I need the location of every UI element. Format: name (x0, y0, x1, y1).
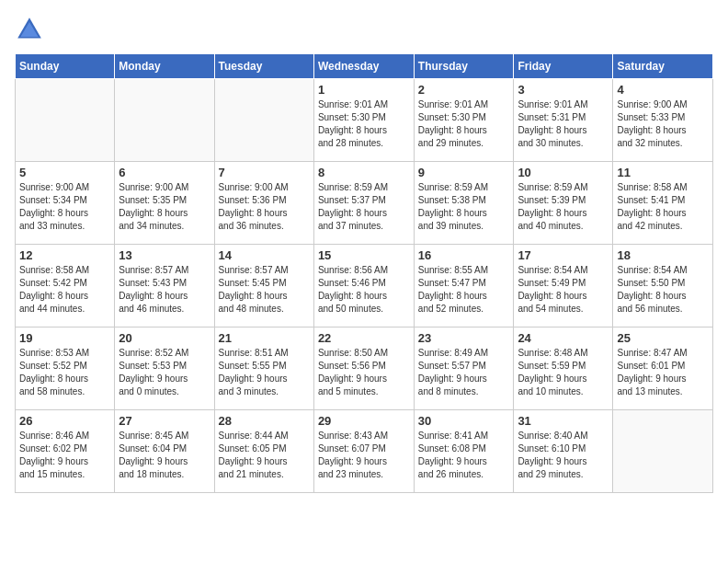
day-number: 22 (318, 331, 410, 345)
day-info: Sunrise: 9:01 AM Sunset: 5:30 PM Dayligh… (418, 98, 510, 150)
calendar-cell: 13Sunrise: 8:57 AM Sunset: 5:43 PM Dayli… (115, 245, 214, 327)
logo-icon (15, 15, 44, 44)
day-info: Sunrise: 8:40 AM Sunset: 6:10 PM Dayligh… (518, 430, 609, 481)
day-info: Sunrise: 8:59 AM Sunset: 5:37 PM Dayligh… (318, 181, 410, 233)
day-info: Sunrise: 9:00 AM Sunset: 5:36 PM Dayligh… (219, 181, 310, 233)
calendar-cell: 18Sunrise: 8:54 AM Sunset: 5:50 PM Dayli… (613, 245, 713, 327)
calendar-cell (214, 79, 313, 162)
day-info: Sunrise: 8:54 AM Sunset: 5:50 PM Dayligh… (617, 264, 709, 316)
day-number: 16 (418, 248, 510, 262)
day-info: Sunrise: 8:49 AM Sunset: 5:57 PM Dayligh… (418, 347, 510, 398)
day-number: 21 (219, 331, 310, 345)
calendar-cell (115, 79, 214, 162)
calendar-cell: 23Sunrise: 8:49 AM Sunset: 5:57 PM Dayli… (414, 327, 514, 410)
calendar-cell: 5Sunrise: 9:00 AM Sunset: 5:34 PM Daylig… (16, 162, 115, 245)
calendar-cell: 14Sunrise: 8:57 AM Sunset: 5:45 PM Dayli… (214, 245, 313, 327)
calendar-cell: 25Sunrise: 8:47 AM Sunset: 6:01 PM Dayli… (613, 327, 713, 410)
day-info: Sunrise: 8:57 AM Sunset: 5:45 PM Dayligh… (219, 264, 310, 316)
calendar-cell: 6Sunrise: 9:00 AM Sunset: 5:35 PM Daylig… (115, 162, 214, 245)
calendar-cell: 17Sunrise: 8:54 AM Sunset: 5:49 PM Dayli… (514, 245, 613, 327)
weekday-header: Tuesday (214, 54, 313, 79)
day-info: Sunrise: 8:59 AM Sunset: 5:39 PM Dayligh… (518, 181, 609, 233)
weekday-header: Monday (115, 54, 214, 79)
weekday-header: Saturday (613, 54, 713, 79)
calendar-cell: 28Sunrise: 8:44 AM Sunset: 6:05 PM Dayli… (214, 410, 313, 493)
calendar-cell: 26Sunrise: 8:46 AM Sunset: 6:02 PM Dayli… (16, 410, 115, 493)
calendar-week-row: 26Sunrise: 8:46 AM Sunset: 6:02 PM Dayli… (16, 410, 713, 493)
day-number: 10 (518, 166, 609, 179)
day-number: 13 (119, 248, 210, 262)
calendar-cell: 22Sunrise: 8:50 AM Sunset: 5:56 PM Dayli… (313, 327, 414, 410)
day-info: Sunrise: 8:47 AM Sunset: 6:01 PM Dayligh… (617, 347, 709, 398)
day-number: 2 (418, 83, 510, 97)
day-info: Sunrise: 8:55 AM Sunset: 5:47 PM Dayligh… (418, 264, 510, 316)
day-number: 20 (119, 331, 210, 345)
day-number: 4 (617, 83, 709, 97)
page-header (15, 15, 713, 44)
calendar-cell: 20Sunrise: 8:52 AM Sunset: 5:53 PM Dayli… (115, 327, 214, 410)
day-number: 24 (518, 331, 609, 345)
calendar-cell: 31Sunrise: 8:40 AM Sunset: 6:10 PM Dayli… (514, 410, 613, 493)
day-number: 27 (119, 414, 210, 428)
day-info: Sunrise: 8:58 AM Sunset: 5:42 PM Dayligh… (19, 264, 110, 316)
day-number: 15 (318, 248, 410, 262)
day-number: 1 (318, 83, 410, 97)
calendar-cell: 16Sunrise: 8:55 AM Sunset: 5:47 PM Dayli… (414, 245, 514, 327)
day-number: 8 (318, 166, 410, 179)
day-number: 19 (19, 331, 110, 345)
day-number: 14 (219, 248, 310, 262)
weekday-header: Thursday (414, 54, 514, 79)
logo (15, 15, 48, 44)
weekday-header: Friday (514, 54, 613, 79)
calendar-cell: 24Sunrise: 8:48 AM Sunset: 5:59 PM Dayli… (514, 327, 613, 410)
calendar-cell (16, 79, 115, 162)
day-info: Sunrise: 8:56 AM Sunset: 5:46 PM Dayligh… (318, 264, 410, 316)
calendar-cell: 2Sunrise: 9:01 AM Sunset: 5:30 PM Daylig… (414, 79, 514, 162)
day-number: 25 (617, 331, 709, 345)
calendar-cell: 3Sunrise: 9:01 AM Sunset: 5:31 PM Daylig… (514, 79, 613, 162)
calendar-cell: 12Sunrise: 8:58 AM Sunset: 5:42 PM Dayli… (16, 245, 115, 327)
calendar-cell: 4Sunrise: 9:00 AM Sunset: 5:33 PM Daylig… (613, 79, 713, 162)
weekday-header: Sunday (16, 54, 115, 79)
weekday-header: Wednesday (313, 54, 414, 79)
calendar-cell: 30Sunrise: 8:41 AM Sunset: 6:08 PM Dayli… (414, 410, 514, 493)
day-number: 23 (418, 331, 510, 345)
day-number: 26 (19, 414, 110, 428)
calendar-week-row: 19Sunrise: 8:53 AM Sunset: 5:52 PM Dayli… (16, 327, 713, 410)
day-info: Sunrise: 9:00 AM Sunset: 5:35 PM Dayligh… (119, 181, 210, 233)
day-info: Sunrise: 8:43 AM Sunset: 6:07 PM Dayligh… (318, 430, 410, 481)
day-number: 3 (518, 83, 609, 97)
calendar-cell: 10Sunrise: 8:59 AM Sunset: 5:39 PM Dayli… (514, 162, 613, 245)
day-info: Sunrise: 8:57 AM Sunset: 5:43 PM Dayligh… (119, 264, 210, 316)
day-number: 28 (219, 414, 310, 428)
day-number: 5 (19, 166, 110, 179)
day-info: Sunrise: 8:51 AM Sunset: 5:55 PM Dayligh… (219, 347, 310, 398)
day-number: 12 (19, 248, 110, 262)
day-info: Sunrise: 8:59 AM Sunset: 5:38 PM Dayligh… (418, 181, 510, 233)
day-info: Sunrise: 9:01 AM Sunset: 5:31 PM Dayligh… (518, 98, 609, 150)
calendar-header-row: SundayMondayTuesdayWednesdayThursdayFrid… (16, 54, 713, 79)
day-info: Sunrise: 8:45 AM Sunset: 6:04 PM Dayligh… (119, 430, 210, 481)
calendar-cell: 19Sunrise: 8:53 AM Sunset: 5:52 PM Dayli… (16, 327, 115, 410)
day-info: Sunrise: 9:01 AM Sunset: 5:30 PM Dayligh… (318, 98, 410, 150)
day-info: Sunrise: 8:53 AM Sunset: 5:52 PM Dayligh… (19, 347, 110, 398)
calendar-week-row: 1Sunrise: 9:01 AM Sunset: 5:30 PM Daylig… (16, 79, 713, 162)
day-number: 18 (617, 248, 709, 262)
calendar-week-row: 12Sunrise: 8:58 AM Sunset: 5:42 PM Dayli… (16, 245, 713, 327)
day-number: 30 (418, 414, 510, 428)
day-number: 31 (518, 414, 609, 428)
day-info: Sunrise: 9:00 AM Sunset: 5:34 PM Dayligh… (19, 181, 110, 233)
calendar-cell: 29Sunrise: 8:43 AM Sunset: 6:07 PM Dayli… (313, 410, 414, 493)
calendar-table: SundayMondayTuesdayWednesdayThursdayFrid… (15, 53, 713, 493)
day-info: Sunrise: 8:46 AM Sunset: 6:02 PM Dayligh… (19, 430, 110, 481)
calendar-cell: 7Sunrise: 9:00 AM Sunset: 5:36 PM Daylig… (214, 162, 313, 245)
day-number: 7 (219, 166, 310, 179)
day-info: Sunrise: 8:50 AM Sunset: 5:56 PM Dayligh… (318, 347, 410, 398)
calendar-cell: 11Sunrise: 8:58 AM Sunset: 5:41 PM Dayli… (613, 162, 713, 245)
calendar-cell (613, 410, 713, 493)
calendar-cell: 27Sunrise: 8:45 AM Sunset: 6:04 PM Dayli… (115, 410, 214, 493)
day-info: Sunrise: 8:41 AM Sunset: 6:08 PM Dayligh… (418, 430, 510, 481)
day-info: Sunrise: 8:48 AM Sunset: 5:59 PM Dayligh… (518, 347, 609, 398)
calendar-cell: 9Sunrise: 8:59 AM Sunset: 5:38 PM Daylig… (414, 162, 514, 245)
day-info: Sunrise: 9:00 AM Sunset: 5:33 PM Dayligh… (617, 98, 709, 150)
